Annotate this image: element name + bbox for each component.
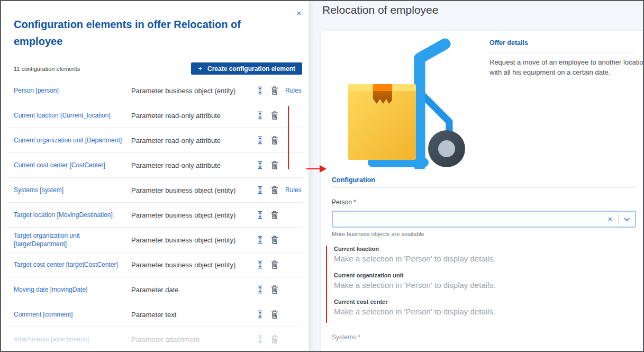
config-element-type: Parameter attachment — [131, 336, 256, 344]
offer-details-heading: Offer details — [489, 39, 528, 47]
annotation-line-right — [326, 246, 327, 323]
table-row: Attachments [attachments] Parameter atta… — [8, 327, 303, 351]
rules-link[interactable]: Rules — [285, 87, 302, 94]
offer-preview-panel: Relocation of employee — [309, 1, 643, 351]
config-element-list: Person [person] Parameter business objec… — [1, 78, 309, 351]
config-element-type: Parameter text — [131, 311, 256, 319]
person-field-label: Person * — [332, 198, 356, 206]
trash-icon[interactable] — [271, 161, 278, 169]
rules-link[interactable]: Rules — [285, 186, 302, 194]
trash-icon[interactable] — [271, 335, 278, 344]
table-row: Systems [system] Parameter business obje… — [8, 178, 303, 203]
move-vertical-icon[interactable] — [256, 161, 264, 169]
create-configuration-element-button[interactable]: + Create configuration element — [191, 62, 302, 75]
trash-icon[interactable] — [271, 136, 278, 145]
row-actions — [256, 260, 302, 269]
row-actions — [256, 335, 302, 344]
configuration-elements-drawer: × Configuration elements in offer Reloca… — [1, 1, 309, 351]
trash-icon[interactable] — [271, 186, 278, 194]
page-title: Relocation of employee — [322, 4, 438, 16]
table-row: Person [person] Parameter business objec… — [8, 78, 303, 103]
config-element-type: Parameter business object (entity) — [131, 211, 256, 219]
move-vertical-icon[interactable] — [256, 260, 264, 269]
move-vertical-icon[interactable] — [256, 285, 264, 294]
hand-truck-illustration — [340, 34, 475, 169]
readonly-sections: Current loaction Make a selection in 'Pe… — [334, 246, 495, 316]
config-element-name-link[interactable]: Target organization unit [targetDepartme… — [14, 231, 131, 248]
row-actions — [256, 285, 302, 294]
move-vertical-icon[interactable] — [256, 211, 264, 219]
trash-icon[interactable] — [271, 111, 278, 120]
config-element-name-link[interactable]: Current cost center [CostCenter] — [14, 161, 131, 169]
chevron-down-icon[interactable] — [619, 218, 635, 221]
row-actions: Rules — [256, 186, 302, 194]
readonly-section-placeholder: Make a selection in 'Person' to display … — [334, 254, 495, 263]
config-element-name-link[interactable]: Target cost center [targetCostCenter] — [14, 260, 131, 269]
trash-icon[interactable] — [271, 86, 278, 95]
row-actions — [256, 310, 302, 319]
divider — [332, 187, 636, 188]
move-vertical-icon[interactable] — [256, 310, 264, 319]
config-element-type: Parameter business object (entity) — [131, 236, 256, 244]
trash-icon[interactable] — [271, 211, 278, 219]
config-element-name-link[interactable]: Current organization unit [Department] — [14, 136, 131, 145]
config-element-type: Parameter date — [131, 286, 256, 294]
row-actions — [256, 236, 302, 244]
table-row: Current cost center [CostCenter] Paramet… — [8, 153, 303, 178]
table-row: Target organization unit [targetDepartme… — [8, 228, 303, 252]
config-element-name-link[interactable]: Person [person] — [14, 86, 131, 95]
drawer-subheader: 11 configuration elements + Create confi… — [14, 62, 302, 75]
readonly-section-placeholder: Make a selection in 'Person' to display … — [334, 281, 495, 290]
table-row: Current loaction [Current_location] Para… — [8, 103, 303, 128]
element-count-label: 11 configuration elements — [14, 66, 80, 72]
create-button-label: Create configuration element — [207, 65, 295, 73]
table-row: Target location [MovingDestination] Para… — [8, 203, 303, 228]
trash-icon[interactable] — [271, 260, 278, 269]
trash-icon[interactable] — [271, 285, 278, 294]
person-hint: More business objects are available — [332, 231, 424, 237]
config-element-type: Parameter business object (entity) — [131, 261, 256, 269]
move-vertical-icon[interactable] — [256, 111, 264, 120]
config-element-name-link[interactable]: Moving date [movingDate] — [14, 285, 131, 294]
person-input[interactable] — [333, 212, 602, 227]
readonly-section-label: Current loaction — [334, 246, 495, 252]
config-element-name-link[interactable]: Systems [system] — [14, 186, 131, 194]
move-vertical-icon[interactable] — [256, 86, 264, 95]
readonly-section-label: Current cost center — [334, 299, 495, 305]
config-element-name-link[interactable]: Comment [comment] — [14, 310, 131, 319]
config-element-type: Parameter business object (entity) — [131, 186, 256, 194]
row-actions — [256, 211, 302, 219]
config-element-type: Parameter read-only attribute — [131, 161, 256, 169]
config-element-name-link[interactable]: Target location [MovingDestination] — [14, 211, 131, 219]
readonly-section: Current loaction Make a selection in 'Pe… — [334, 246, 495, 263]
offer-preview-card: Offer details Request a move of an emplo… — [321, 30, 643, 351]
offer-description: Request a move of an employee to another… — [489, 57, 644, 77]
close-icon[interactable]: × — [296, 9, 301, 17]
config-element-type: Parameter read-only attribute — [131, 137, 256, 145]
table-row: Target cost center [targetCostCenter] Pa… — [8, 252, 303, 277]
screen: × Configuration elements in offer Reloca… — [0, 0, 644, 352]
table-row: Moving date [movingDate] Parameter date — [8, 277, 303, 302]
person-select[interactable]: × — [332, 211, 636, 228]
config-element-name-link[interactable]: Current loaction [Current_location] — [14, 111, 131, 120]
trash-icon[interactable] — [271, 236, 278, 244]
row-actions: Rules — [256, 86, 302, 95]
move-vertical-icon[interactable] — [256, 236, 264, 244]
plus-icon: + — [198, 65, 202, 73]
annotation-arrow-icon — [320, 165, 326, 173]
config-element-name-link[interactable]: Attachments [attachments] — [14, 335, 131, 344]
move-vertical-icon[interactable] — [256, 335, 264, 344]
systems-field-label: Systems * — [332, 333, 360, 341]
move-vertical-icon[interactable] — [256, 136, 264, 145]
readonly-section: Current cost center Make a selection in … — [334, 299, 495, 316]
drawer-title: Configuration elements in offer Relocati… — [14, 16, 278, 50]
row-actions — [256, 136, 302, 145]
move-vertical-icon[interactable] — [256, 186, 264, 194]
readonly-section-placeholder: Make a selection in 'Person' to display … — [334, 307, 495, 316]
trash-icon[interactable] — [271, 310, 278, 319]
readonly-section: Current organization unit Make a selecti… — [334, 272, 495, 290]
table-row: Current organization unit [Department] P… — [8, 128, 303, 153]
readonly-section-label: Current organization unit — [334, 272, 495, 278]
annotation-arrow-shaft — [306, 168, 321, 169]
clear-icon[interactable]: × — [602, 215, 618, 223]
